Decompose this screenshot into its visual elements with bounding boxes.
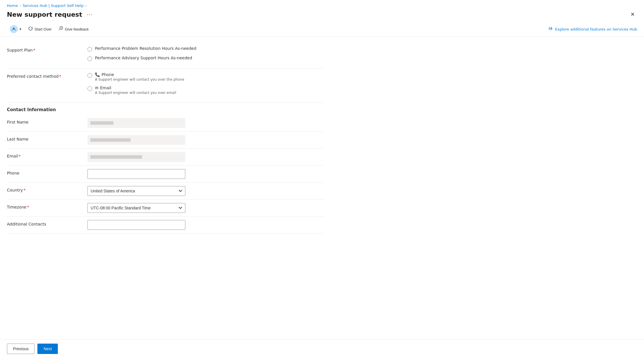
- last-name-bar: [90, 138, 131, 142]
- divider-9: [7, 233, 323, 234]
- phone-row: Phone: [7, 166, 323, 182]
- first-name-row: First Name: [7, 115, 323, 131]
- phone-label: Phone: [7, 169, 87, 175]
- main-content: Support Plan* Performance Problem Resolu…: [0, 37, 644, 339]
- close-button[interactable]: ✕: [628, 10, 637, 19]
- contact-phone-option[interactable]: 📞 Phone A Support engineer will contact …: [87, 72, 249, 82]
- start-over-button[interactable]: Start Over: [25, 24, 54, 34]
- breadcrumb-sep1: ›: [20, 4, 21, 7]
- svg-point-2: [61, 28, 62, 28]
- phone-icon: 📞: [95, 72, 100, 77]
- toolbar: ▾ Start Over: [0, 22, 644, 37]
- first-name-field: [87, 118, 185, 128]
- support-plan-option-1[interactable]: Performance Problem Resolution Hours As-…: [87, 46, 249, 52]
- user-dropdown-caret: ▾: [20, 27, 21, 31]
- contact-email-label: Email: [100, 86, 111, 90]
- preferred-contact-required: *: [59, 74, 61, 79]
- email-bar: [90, 155, 142, 159]
- email-required: *: [19, 154, 21, 158]
- feedback-icon: [58, 26, 63, 32]
- preferred-contact-row: Preferred contact method* 📞 Phone A Supp…: [7, 69, 323, 102]
- page-title: New support request: [7, 11, 82, 18]
- user-avatar-icon: [10, 25, 18, 33]
- breadcrumb-home[interactable]: Home: [7, 3, 18, 8]
- last-name-row: Last Name: [7, 132, 323, 148]
- contact-email-radio[interactable]: [87, 86, 92, 91]
- timezone-row: Timezone* UTC-08:00 Pacific Standard Tim…: [7, 200, 323, 216]
- support-plan-required: *: [33, 48, 35, 52]
- ellipsis-button[interactable]: ···: [85, 11, 94, 18]
- phone-input[interactable]: [87, 169, 185, 179]
- email-row: Email*: [7, 149, 323, 165]
- timezone-label: Timezone*: [7, 203, 87, 209]
- contact-info-heading: Contact Information: [7, 103, 323, 115]
- explore-features-label: Explore additional features on Services …: [555, 27, 637, 31]
- additional-contacts-input[interactable]: [87, 220, 185, 230]
- support-plan-option-2[interactable]: Performance Advisory Support Hours As-ne…: [87, 56, 249, 61]
- next-button[interactable]: Next: [37, 344, 58, 354]
- country-row: Country* United States of America Canada…: [7, 183, 323, 199]
- support-plan-label: Support Plan*: [7, 46, 87, 52]
- support-plan-label-2: Performance Advisory Support Hours As-ne…: [95, 56, 192, 60]
- support-plan-label-1: Performance Problem Resolution Hours As-…: [95, 46, 196, 51]
- breadcrumb-sep2: ›: [85, 4, 86, 7]
- contact-email-option[interactable]: ✉ Email A Support engineer will contact …: [87, 86, 249, 95]
- preferred-contact-label: Preferred contact method*: [7, 72, 87, 79]
- additional-contacts-row: Additional Contacts: [7, 217, 323, 233]
- additional-contacts-label: Additional Contacts: [7, 220, 87, 226]
- country-select[interactable]: United States of America Canada United K…: [87, 186, 185, 196]
- support-plan-radio-1[interactable]: [87, 47, 92, 52]
- give-feedback-label: Give feedback: [65, 27, 89, 31]
- contact-phone-radio[interactable]: [87, 73, 92, 78]
- breadcrumb: Home › Services Hub | Support Self Help …: [0, 0, 644, 9]
- page-header: New support request ··· ✕: [0, 9, 644, 22]
- last-name-label: Last Name: [7, 135, 87, 141]
- footer: Previous Next: [0, 339, 644, 358]
- start-over-label: Start Over: [35, 27, 52, 31]
- start-over-icon: [28, 26, 33, 32]
- breadcrumb-services-hub[interactable]: Services Hub | Support Self Help: [23, 3, 84, 8]
- country-label: Country*: [7, 186, 87, 192]
- email-field: [87, 152, 185, 162]
- contact-phone-sublabel: A Support engineer will contact you over…: [95, 77, 184, 82]
- timezone-required: *: [27, 205, 29, 209]
- first-name-bar: [90, 121, 113, 125]
- contact-email-sublabel: A Support engineer will contact you over…: [95, 91, 176, 95]
- user-profile-button[interactable]: ▾: [7, 23, 24, 35]
- explore-icon: [548, 26, 553, 32]
- support-plan-radio-2[interactable]: [87, 56, 92, 61]
- support-plan-options: Performance Problem Resolution Hours As-…: [87, 46, 249, 65]
- support-plan-row: Support Plan* Performance Problem Resolu…: [7, 43, 323, 69]
- first-name-label: First Name: [7, 118, 87, 124]
- previous-button[interactable]: Previous: [7, 344, 35, 354]
- contact-phone-label: Phone: [102, 72, 114, 77]
- email-icon: ✉: [95, 86, 98, 90]
- country-required: *: [24, 188, 26, 192]
- explore-features-link[interactable]: Explore additional features on Services …: [548, 26, 637, 32]
- preferred-contact-options: 📞 Phone A Support engineer will contact …: [87, 72, 249, 99]
- email-label: Email*: [7, 152, 87, 158]
- last-name-field: [87, 135, 185, 145]
- timezone-select[interactable]: UTC-08:00 Pacific Standard Time UTC-07:0…: [87, 203, 185, 213]
- give-feedback-button[interactable]: Give feedback: [56, 24, 92, 34]
